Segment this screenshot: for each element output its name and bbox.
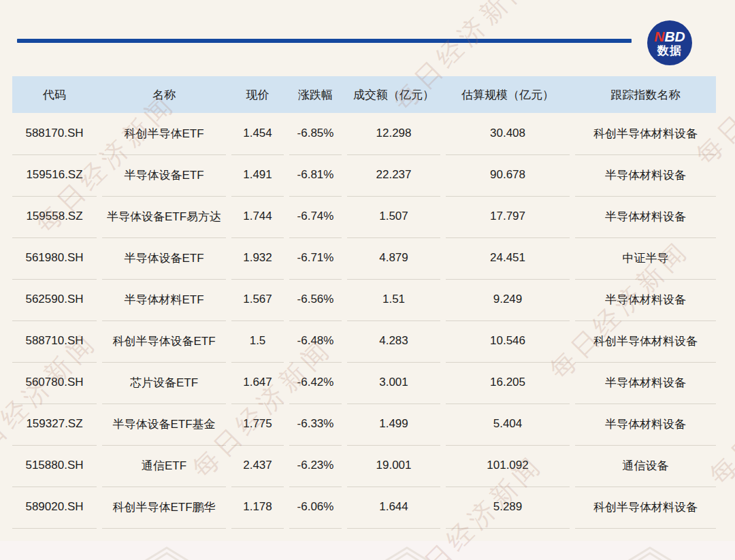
scale-cell: 90.678 — [446, 154, 570, 197]
price-cell: 1.932 — [231, 237, 284, 280]
turnover-cell: 1.644 — [347, 487, 440, 529]
change-cell: -6.33% — [289, 403, 342, 446]
price-cell: 1.744 — [231, 196, 284, 238]
turnover-cell: 1.507 — [347, 196, 440, 238]
code-cell: 515880.SH — [12, 445, 97, 487]
price-cell: 1.178 — [231, 487, 284, 529]
change-cell: -6.06% — [289, 487, 342, 529]
table-row: 589020.SH科创半导体ETF鹏华1.178-6.06%1.6445.289… — [12, 487, 716, 528]
table-row: 588170.SH科创半导体ETF1.454-6.85%12.29830.408… — [12, 113, 716, 154]
index-cell: 半导体材料设备 — [575, 403, 716, 446]
index-cell: 半导体材料设备 — [575, 154, 716, 197]
name-cell: 半导体设备ETF基金 — [102, 403, 226, 446]
price-cell: 1.454 — [231, 113, 284, 155]
price-cell: 1.647 — [231, 362, 284, 404]
index-cell: 科创半导体材料设备 — [575, 113, 716, 155]
name-cell: 科创半导体设备ETF — [102, 320, 226, 363]
code-cell: 561980.SH — [12, 237, 97, 280]
column-header-turnover: 成交额（亿元） — [347, 76, 440, 113]
code-cell: 159516.SZ — [12, 154, 97, 197]
column-header-price: 现价 — [231, 76, 284, 113]
change-cell: -6.71% — [289, 237, 342, 280]
scale-cell: 30.408 — [446, 113, 570, 155]
column-header-index: 跟踪指数名称 — [575, 76, 716, 113]
name-cell: 半导体材料ETF — [102, 279, 226, 321]
nbd-data-logo: NBD 数据 — [647, 20, 692, 65]
column-header-name: 名称 — [102, 76, 226, 113]
turnover-cell: 19.001 — [347, 445, 440, 487]
code-cell: 588170.SH — [12, 113, 97, 155]
table-row: 159327.SZ半导体设备ETF基金1.775-6.33%1.4995.404… — [12, 403, 716, 445]
change-cell: -6.85% — [289, 113, 342, 155]
change-cell: -6.56% — [289, 279, 342, 321]
index-cell: 科创半导体材料设备 — [575, 487, 716, 529]
table-body: 588170.SH科创半导体ETF1.454-6.85%12.29830.408… — [12, 113, 716, 528]
scale-cell: 5.289 — [446, 487, 570, 529]
name-cell: 科创半导体ETF鹏华 — [102, 487, 226, 529]
turnover-cell: 1.499 — [347, 403, 440, 446]
header-divider-line — [17, 39, 632, 43]
scale-cell: 24.451 — [446, 237, 570, 280]
scale-cell: 101.092 — [446, 445, 570, 487]
scale-cell: 5.404 — [446, 403, 570, 446]
turnover-cell: 22.237 — [347, 154, 440, 197]
column-header-change: 涨跌幅 — [289, 76, 342, 113]
scale-cell: 10.546 — [446, 320, 570, 363]
name-cell: 通信ETF — [102, 445, 226, 487]
code-cell: 560780.SH — [12, 362, 97, 404]
etf-data-table: 代码 名称 现价 涨跌幅 成交额（亿元） 估算规模（亿元） 跟踪指数名称 588… — [12, 76, 716, 528]
change-cell: -6.81% — [289, 154, 342, 197]
index-cell: 半导体材料设备 — [575, 196, 716, 238]
code-cell: 588710.SH — [12, 320, 97, 363]
index-cell: 半导体材料设备 — [575, 362, 716, 404]
price-cell: 1.775 — [231, 403, 284, 446]
scale-cell: 16.205 — [446, 362, 570, 404]
nbd-logo-subtitle: 数据 — [657, 45, 682, 56]
scale-cell: 9.249 — [446, 279, 570, 321]
table-header-row: 代码 名称 现价 涨跌幅 成交额（亿元） 估算规模（亿元） 跟踪指数名称 — [12, 76, 716, 113]
turnover-cell: 1.51 — [347, 279, 440, 321]
column-header-code: 代码 — [12, 76, 97, 113]
nbd-logo-text: NBD — [654, 29, 685, 44]
code-cell: 159327.SZ — [12, 403, 97, 446]
code-cell: 562590.SH — [12, 279, 97, 321]
name-cell: 半导体设备ETF — [102, 154, 226, 197]
scale-cell: 17.797 — [446, 196, 570, 238]
change-cell: -6.23% — [289, 445, 342, 487]
turnover-cell: 12.298 — [347, 113, 440, 155]
column-header-scale: 估算规模（亿元） — [446, 76, 570, 113]
change-cell: -6.48% — [289, 320, 342, 363]
name-cell: 科创半导体ETF — [102, 113, 226, 155]
price-cell: 1.5 — [231, 320, 284, 363]
table-row: 562590.SH半导体材料ETF1.567-6.56%1.519.249半导体… — [12, 279, 716, 320]
index-cell: 科创半导体材料设备 — [575, 320, 716, 363]
nbd-logo-bd: BD — [664, 29, 685, 44]
table-row: 588710.SH科创半导体设备ETF1.5-6.48%4.28310.546科… — [12, 320, 716, 362]
price-cell: 1.491 — [231, 154, 284, 197]
name-cell: 半导体设备ETF — [102, 237, 226, 280]
index-cell: 中证半导 — [575, 237, 716, 280]
change-cell: -6.42% — [289, 362, 342, 404]
index-cell: 半导体材料设备 — [575, 279, 716, 321]
table-row: 159558.SZ半导体设备ETF易方达1.744-6.74%1.50717.7… — [12, 196, 716, 237]
bottom-band — [0, 541, 735, 560]
turnover-cell: 3.001 — [347, 362, 440, 404]
turnover-cell: 4.879 — [347, 237, 440, 280]
price-cell: 2.437 — [231, 445, 284, 487]
table-row: 561980.SH半导体设备ETF1.932-6.71%4.87924.451中… — [12, 237, 716, 279]
change-cell: -6.74% — [289, 196, 342, 238]
table-row: 515880.SH通信ETF2.437-6.23%19.001101.092通信… — [12, 445, 716, 487]
turnover-cell: 4.283 — [347, 320, 440, 363]
name-cell: 半导体设备ETF易方达 — [102, 196, 226, 238]
table-row: 560780.SH芯片设备ETF1.647-6.42%3.00116.205半导… — [12, 362, 716, 403]
price-cell: 1.567 — [231, 279, 284, 321]
index-cell: 通信设备 — [575, 445, 716, 487]
code-cell: 159558.SZ — [12, 196, 97, 238]
nbd-logo-n: N — [654, 29, 664, 44]
name-cell: 芯片设备ETF — [102, 362, 226, 404]
table-row: 159516.SZ半导体设备ETF1.491-6.81%22.23790.678… — [12, 154, 716, 196]
page: NBD 数据 代码 名称 现价 涨跌幅 成交额（亿元） 估算规模（亿元） 跟踪指… — [0, 0, 735, 560]
code-cell: 589020.SH — [12, 487, 97, 529]
